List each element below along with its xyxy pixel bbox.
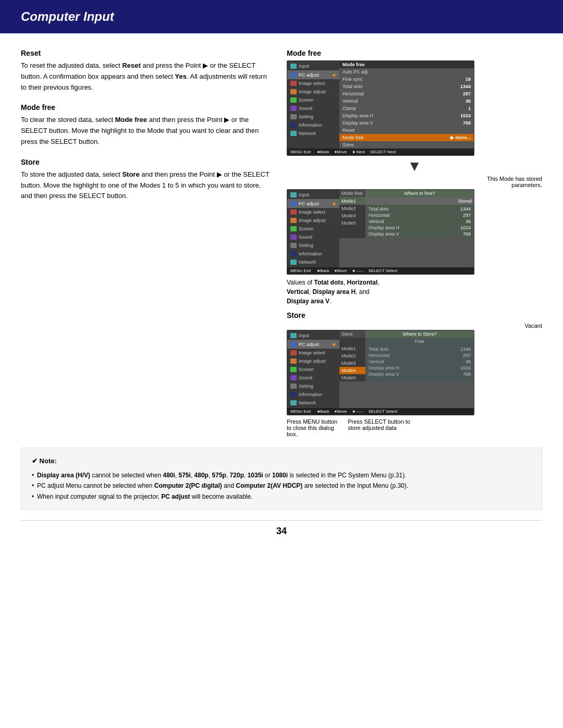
- page-title: Computer Input: [21, 9, 542, 24]
- menu-screen-label: Screen: [299, 97, 314, 103]
- footer-move-3: ♦Move: [335, 409, 347, 414]
- footer-next-2: ►-----: [352, 268, 363, 273]
- footer-move-1: ♦Move: [335, 150, 347, 154]
- footer-exit-2: MENU Exit: [290, 268, 311, 273]
- free-col-empty: [339, 338, 365, 345]
- menu-imageselect-label: Image select: [299, 81, 325, 86]
- panel-footer-3: MENU Exit ◄Back ♦Move ►----- SELECT Sele…: [287, 408, 474, 415]
- menu-input-3-label: Input: [299, 333, 309, 338]
- menu-arrow-3: ◄: [331, 341, 336, 347]
- menu-sound-2: Sound: [287, 233, 339, 241]
- menu-screen: Screen: [287, 96, 339, 104]
- menu-screen-3-label: Screen: [299, 367, 314, 372]
- row-clamp: Clamp1: [339, 105, 474, 112]
- sound-icon-2: [290, 235, 297, 240]
- note-list: Display area (H/V) cannot be selected wh…: [32, 470, 531, 502]
- menu-sidebar-1: Input PC adjust ◄ Image select Image adj…: [287, 61, 339, 149]
- menu-pcadjust: PC adjust ◄: [287, 70, 339, 79]
- menu-arrow-2: ◄: [331, 201, 336, 206]
- note-item-2: PC adjust Menu cannot be selected when C…: [32, 480, 531, 491]
- footer-next-1: ►Next: [352, 150, 364, 154]
- menu-information-2: Information: [287, 250, 339, 258]
- menu-input-2-label: Input: [299, 192, 309, 198]
- content-area: Reset To reset the adjusted data, select…: [0, 49, 563, 437]
- store-mode-names: Mode1 Mode2 Mode3 Mode4 Mode5: [339, 345, 365, 381]
- menu-setting-3: Setting: [287, 382, 339, 390]
- imageselect-icon-2: [290, 209, 297, 215]
- footer-back-3: ◄Back: [316, 409, 329, 414]
- menu-information-2-label: Information: [299, 251, 322, 256]
- menu-information-3-label: Information: [299, 392, 322, 397]
- menu-screen-2-label: Screen: [299, 226, 314, 231]
- store-title: Store: [21, 158, 271, 166]
- information-icon: [290, 122, 297, 128]
- store-caption-left: Press MENU buttonto close this dialogbox…: [287, 418, 337, 437]
- where-to-free-header: Where to free?: [365, 190, 474, 198]
- store-mode1: Mode1: [339, 345, 365, 352]
- mode-free-inner: Input PC adjust ◄ Image select Image adj…: [287, 61, 474, 149]
- stored-values-col: Stored Total dots1344 Horizontal297 Vert…: [365, 198, 474, 238]
- information-icon-2: [290, 251, 297, 256]
- note-item-1: Display area (H/V) cannot be selected wh…: [32, 470, 531, 480]
- menu-sound-3-label: Sound: [299, 375, 312, 380]
- store-panel-label: Store: [287, 311, 542, 319]
- stored-values: Total dots1344 Horizontal297 Vertical36 …: [365, 205, 474, 238]
- arrow-down-1: ▼: [287, 159, 542, 174]
- row-display-h: Display area H1024: [339, 112, 474, 119]
- menu-input: Input: [287, 62, 339, 70]
- panel-footer-2: MENU Exit ◄Back ♦Move ►----- SELECT Sele…: [287, 267, 474, 274]
- network-icon-1: [290, 131, 297, 136]
- menu-sound-2-label: Sound: [299, 235, 312, 240]
- menu-setting-3-label: Setting: [299, 384, 313, 389]
- menu-sound-3: Sound: [287, 374, 339, 382]
- store-mode4: Mode4: [339, 367, 365, 374]
- store-sv-row-5: Display area V768: [369, 371, 471, 377]
- vacant-label: Vacant: [525, 323, 542, 329]
- store-sv-row-3: Vertical36: [369, 359, 471, 365]
- page-number: 34: [21, 520, 542, 542]
- mode-free-panel-label: Mode free: [287, 49, 542, 57]
- footer-select-3: SELECT Select: [369, 409, 397, 414]
- screen-icon: [290, 97, 297, 103]
- menu-network-2-label: Network: [299, 260, 316, 265]
- menu-pcadjust-2: PC adjust ◄: [287, 199, 339, 208]
- input-icon-2: [290, 192, 297, 198]
- pcadjust-icon-2: [290, 201, 297, 206]
- menu-network-3-label: Network: [299, 400, 316, 405]
- sv-row-3: Vertical36: [369, 218, 471, 225]
- menu-imageselect-2-label: Image select: [299, 209, 325, 215]
- note-item-3: When input computer signal to the projec…: [32, 491, 531, 502]
- mode1-item: Mode1: [339, 198, 365, 205]
- where-to-store-header: Where to Store?: [365, 330, 474, 338]
- menu-pcadjust-3: PC adjust ◄: [287, 340, 339, 349]
- left-column: Reset To reset the adjusted data, select…: [21, 49, 271, 437]
- imageselect-icon-3: [290, 350, 297, 355]
- note-section: ✔ Note: Display area (H/V) cannot be sel…: [21, 448, 542, 510]
- store-captions: Press MENU buttonto close this dialogbox…: [287, 418, 542, 437]
- network-icon-3: [290, 400, 297, 405]
- menu-imageadjust-3: Image adjust: [287, 357, 339, 365]
- menu-imageselect-2: Image select: [287, 208, 339, 216]
- footer-select-1: SELECT Next: [370, 150, 396, 154]
- mode-free-col-header: Mode free: [339, 190, 365, 198]
- stored-inner: Input PC adjust ◄ Image select Image adj…: [287, 190, 474, 267]
- reset-body: To reset the adjusted data, select Reset…: [21, 60, 271, 93]
- store-mode3: Mode3: [339, 360, 365, 367]
- menu-imageselect-3: Image select: [287, 349, 339, 357]
- information-icon-3: [290, 392, 297, 397]
- menu-information-3: Information: [287, 390, 339, 399]
- store-header-row: Store Where to Store?: [339, 330, 474, 338]
- store-body: To store the adjusted data, select Store…: [21, 169, 271, 202]
- mode-free-content-panel: Mode free Auto PC adj. Fine sync18 Total…: [339, 61, 474, 149]
- menu-sidebar-3: Input PC adjust ◄ Image select Image adj…: [287, 330, 339, 408]
- menu-setting-2: Setting: [287, 241, 339, 250]
- mode-names-col: Mode1 Mode2 Mode3 Mode5: [339, 198, 365, 238]
- store-values-inner: Total dots1344 Horizontal297 Vertical36 …: [365, 345, 474, 378]
- stored-header-row: Mode free Where to free?: [339, 190, 474, 198]
- menu-imageadjust-3-label: Image adjust: [299, 359, 326, 364]
- menu-pcadjust-2-label: PC adjust: [299, 201, 319, 206]
- reset-title: Reset: [21, 49, 271, 57]
- menu-information: Information: [287, 121, 339, 129]
- setting-icon-2: [290, 243, 297, 248]
- values-caption: Values of Total dots, Horizontal, Vertic…: [287, 278, 542, 306]
